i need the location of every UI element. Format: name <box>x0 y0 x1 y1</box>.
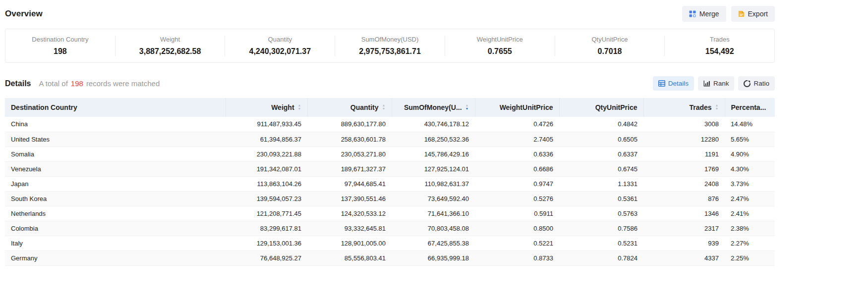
table-row[interactable]: Colombia 83,299,617.81 93,332,645.81 70,… <box>5 221 775 236</box>
cell-percentage: 14.48% <box>725 117 775 132</box>
sort-control[interactable]: ▲ ▼ <box>465 104 469 111</box>
cell-percentage: 4.90% <box>725 147 775 161</box>
column-header[interactable]: Weight ▲ ▼ <box>226 98 307 117</box>
export-icon <box>738 10 745 17</box>
cell-weight: 76,648,925.27 <box>226 250 307 265</box>
page-title: Overview <box>5 9 43 19</box>
merge-button[interactable]: Merge <box>682 6 726 22</box>
cell-percentage: 2.47% <box>725 191 775 206</box>
cell-percentage: 5.65% <box>725 132 775 147</box>
column-header[interactable]: WeightUnitPrice <box>475 98 559 117</box>
cell-trades: 12280 <box>643 132 725 147</box>
sort-control[interactable]: ▲ ▼ <box>298 104 301 111</box>
cell-quantity: 85,556,803.41 <box>307 250 392 265</box>
cell-country: China <box>5 117 226 132</box>
stat-label: Weight <box>116 36 225 43</box>
stat-value: 154,492 <box>665 47 774 56</box>
cell-weight-unit-price: 0.8500 <box>475 221 559 236</box>
cell-weight-unit-price: 2.7405 <box>475 132 559 147</box>
cell-weight: 121,208,771.45 <box>226 206 307 221</box>
cell-sum-usd: 66,935,999.18 <box>392 250 475 265</box>
stat-card: Weight 3,887,252,682.58 <box>115 36 225 56</box>
cell-percentage: 3.73% <box>725 176 775 191</box>
table-row[interactable]: Somalia 230,093,221.88 230,053,271.80 14… <box>5 147 775 161</box>
cell-weight-unit-price: 0.4726 <box>475 117 559 132</box>
merge-icon <box>689 10 696 17</box>
cell-sum-usd: 110,982,631.37 <box>392 176 475 191</box>
table-header-row: Destination Country Weight ▲ ▼ Quantity … <box>5 98 775 117</box>
stat-value: 3,887,252,682.58 <box>116 47 225 56</box>
match-suffix: records were matched <box>86 79 160 88</box>
column-header-label: QtyUnitPrice <box>595 103 637 111</box>
stat-card: WeightUnitPrice 0.7655 <box>445 36 555 56</box>
cell-quantity: 889,630,177.80 <box>307 117 392 132</box>
stat-card: SumOfMoney(USD) 2,975,753,861.71 <box>335 36 445 56</box>
details-view-label: Details <box>668 80 689 87</box>
cell-trades: 4337 <box>643 250 725 265</box>
cell-country: Japan <box>5 176 226 191</box>
column-header-label: SumOfMoney(U... <box>404 103 462 111</box>
column-header[interactable]: QtyUnitPrice <box>559 98 643 117</box>
cell-trades: 1191 <box>643 147 725 161</box>
cell-qty-unit-price: 0.5231 <box>559 236 643 250</box>
stat-card: Destination Country 198 <box>5 36 115 56</box>
column-header-label: Trades <box>689 103 711 111</box>
table-row[interactable]: China 911,487,933.45 889,630,177.80 430,… <box>5 117 775 132</box>
stat-label: Destination Country <box>5 36 115 43</box>
cell-quantity: 230,053,271.80 <box>307 147 392 161</box>
cell-qty-unit-price: 0.7586 <box>559 221 643 236</box>
cell-trades: 876 <box>643 191 725 206</box>
rank-view-button[interactable]: Rank <box>698 76 735 91</box>
cell-trades: 2317 <box>643 221 725 236</box>
ratio-view-button[interactable]: Ratio <box>738 76 775 91</box>
cell-quantity: 128,901,005.00 <box>307 236 392 250</box>
cell-qty-unit-price: 1.1331 <box>559 176 643 191</box>
details-table: Destination Country Weight ▲ ▼ Quantity … <box>5 98 775 266</box>
cell-quantity: 124,320,533.12 <box>307 206 392 221</box>
cell-trades: 939 <box>643 236 725 250</box>
cell-weight: 139,594,057.23 <box>226 191 307 206</box>
cell-quantity: 137,390,551.46 <box>307 191 392 206</box>
table-row[interactable]: Japan 113,863,104.26 97,944,685.41 110,9… <box>5 176 775 191</box>
stat-label: SumOfMoney(USD) <box>335 36 445 43</box>
cell-sum-usd: 71,641,366.10 <box>392 206 475 221</box>
cell-percentage: 2.27% <box>725 236 775 250</box>
cell-percentage: 2.25% <box>725 250 775 265</box>
sort-desc-icon: ▼ <box>382 107 386 111</box>
table-row[interactable]: Italy 129,153,001.36 128,901,005.00 67,4… <box>5 236 775 250</box>
details-view-button[interactable]: Details <box>653 76 694 91</box>
cell-country: Somalia <box>5 147 226 161</box>
cell-sum-usd: 127,925,124.01 <box>392 161 475 176</box>
cell-weight: 83,299,617.81 <box>226 221 307 236</box>
column-header[interactable]: Percenta... <box>725 98 775 117</box>
table-row[interactable]: Germany 76,648,925.27 85,556,803.41 66,9… <box>5 250 775 265</box>
column-header[interactable]: Destination Country <box>5 98 226 117</box>
stats-bar: Destination Country 198 Weight 3,887,252… <box>5 29 775 63</box>
table-row[interactable]: Venezuela 191,342,087.01 189,671,327.37 … <box>5 161 775 176</box>
cell-sum-usd: 67,425,855.38 <box>392 236 475 250</box>
column-header[interactable]: Quantity ▲ ▼ <box>307 98 392 117</box>
cell-weight: 911,487,933.45 <box>226 117 307 132</box>
export-button[interactable]: Export <box>731 6 775 22</box>
ratio-pie-icon <box>744 80 751 87</box>
column-header[interactable]: Trades ▲ ▼ <box>643 98 725 117</box>
cell-country: Colombia <box>5 221 226 236</box>
sort-control[interactable]: ▲ ▼ <box>715 104 719 111</box>
cell-weight-unit-price: 0.5276 <box>475 191 559 206</box>
cell-country: Germany <box>5 250 226 265</box>
cell-trades: 2408 <box>643 176 725 191</box>
column-header[interactable]: SumOfMoney(U... ▲ ▼ <box>392 98 475 117</box>
table-row[interactable]: South Korea 139,594,057.23 137,390,551.4… <box>5 191 775 206</box>
cell-weight: 129,153,001.36 <box>226 236 307 250</box>
cell-weight-unit-price: 0.6686 <box>475 161 559 176</box>
sort-control[interactable]: ▲ ▼ <box>382 104 386 111</box>
stat-card: Quantity 4,240,302,071.37 <box>225 36 335 56</box>
column-header-label: Weight <box>271 103 294 111</box>
cell-country: Netherlands <box>5 206 226 221</box>
cell-country: Venezuela <box>5 161 226 176</box>
match-count: 198 <box>71 79 83 88</box>
cell-weight: 230,093,221.88 <box>226 147 307 161</box>
column-header-label: Destination Country <box>11 103 77 111</box>
table-row[interactable]: United States 61,394,856.37 258,630,601.… <box>5 132 775 147</box>
table-row[interactable]: Netherlands 121,208,771.45 124,320,533.1… <box>5 206 775 221</box>
